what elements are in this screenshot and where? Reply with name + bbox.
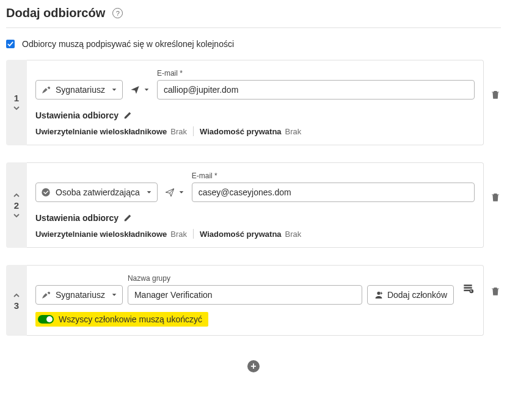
chevron-down-icon [111, 87, 117, 93]
add-person-icon [374, 290, 384, 300]
paper-plane-icon [165, 187, 175, 197]
role-label: Osoba zatwierdzająca [56, 187, 140, 197]
delivery-dropdown[interactable] [128, 80, 152, 100]
drag-handle-2[interactable]: 2 [6, 162, 27, 248]
chevron-down-icon[interactable] [13, 104, 20, 112]
chevron-down-icon [111, 292, 117, 298]
recipient-settings-label: Ustawienia odbiorcy [35, 213, 119, 223]
help-icon[interactable]: ? [112, 8, 123, 18]
recipient-settings-label: Ustawienia odbiorcy [35, 110, 119, 120]
group-settings-icon[interactable] [461, 281, 475, 295]
trash-icon[interactable] [490, 286, 501, 297]
recipient-index: 1 [14, 93, 19, 103]
recipient-index: 3 [14, 300, 19, 311]
role-dropdown[interactable]: Osoba zatwierdzająca [35, 183, 158, 202]
add-members-label: Dodaj członków [387, 290, 447, 300]
paper-plane-icon [130, 85, 140, 95]
role-label: Sygnatariusz [56, 290, 105, 300]
group-name-label: Nazwa grupy [128, 274, 362, 283]
role-label: Sygnatariusz [56, 85, 105, 95]
approver-icon [41, 187, 51, 197]
all-members-toggle-label: Wszyscy członkowie muszą ukończyć [59, 314, 202, 324]
divider [193, 126, 194, 136]
order-checkbox[interactable]: .checkbox svg path{stroke:#fff;stroke-wi… [6, 40, 15, 48]
private-message-item: Wiadomość prywatna Brak [200, 230, 301, 239]
edit-icon[interactable] [123, 214, 132, 222]
chevron-up-icon[interactable] [13, 192, 20, 199]
recipient-row: 1 Sygnatariusz E-mail Ustawienia odbiorc… [6, 60, 501, 145]
email-input[interactable] [157, 80, 475, 100]
role-dropdown[interactable]: Sygnatariusz [35, 285, 123, 305]
add-members-button[interactable]: Dodaj członków [367, 285, 454, 305]
delivery-dropdown[interactable] [162, 183, 187, 202]
add-recipient-button[interactable]: + [247, 360, 260, 372]
signer-icon [41, 290, 51, 300]
email-input[interactable] [192, 183, 475, 202]
chevron-down-icon [144, 87, 150, 93]
email-label: E-mail [157, 69, 475, 78]
mfa-item: Uwierzytelnianie wieloskładnikowe Brak [35, 230, 187, 239]
chevron-up-icon[interactable] [13, 292, 20, 299]
chevron-down-icon [146, 189, 152, 195]
email-label: E-mail [192, 172, 475, 180]
group-name-input[interactable] [128, 285, 362, 305]
chevron-down-icon[interactable] [13, 212, 20, 219]
recipient-row: 2 Osoba zatwierdzająca E-mail Ustawienia… [6, 162, 501, 248]
private-message-item: Wiadomość prywatna Brak [200, 127, 301, 136]
signer-icon [41, 85, 51, 95]
role-dropdown[interactable]: Sygnatariusz [35, 80, 123, 100]
mfa-item: Uwierzytelnianie wieloskładnikowe Brak [35, 127, 187, 136]
drag-handle-3[interactable]: 3 [6, 265, 27, 336]
edit-icon[interactable] [123, 111, 132, 120]
trash-icon[interactable] [490, 89, 501, 100]
divider [193, 229, 194, 239]
order-checkbox-label: Odbiorcy muszą podpisywać się w określon… [22, 39, 234, 49]
all-members-toggle[interactable] [38, 315, 54, 324]
drag-handle-1[interactable]: 1 [6, 60, 27, 145]
page-title: Dodaj odbiorców [6, 6, 105, 20]
trash-icon[interactable] [490, 192, 501, 203]
recipient-group-row: 3 Sygnatariusz Nazwa grupy Dodaj członkó… [6, 265, 501, 336]
recipient-index: 2 [14, 200, 19, 211]
chevron-down-icon [178, 189, 184, 195]
